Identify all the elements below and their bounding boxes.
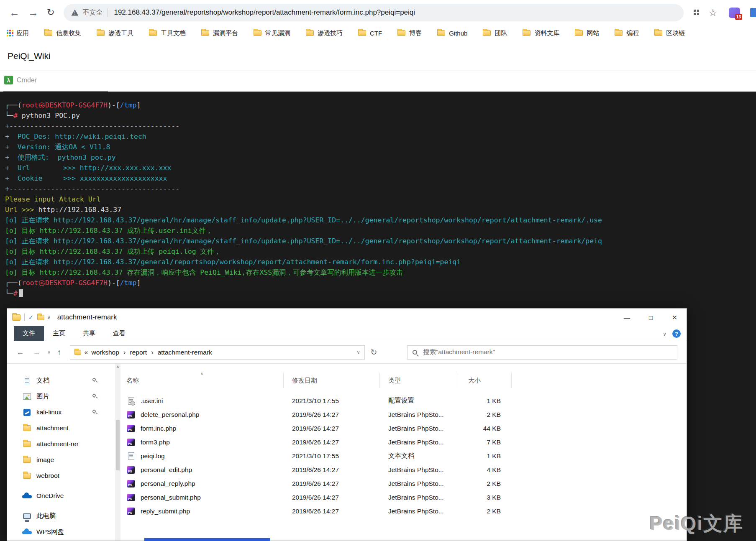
file-row[interactable]: peiqi.log2021/3/10 17:55文本文档1 KB	[120, 449, 687, 463]
forward-icon[interactable]: →	[28, 7, 38, 19]
folder-icon	[306, 30, 314, 36]
bookmark-item[interactable]: 渗透工具	[97, 29, 133, 37]
sidebar-item-attachment-rer[interactable]: attachment-rer	[7, 436, 115, 452]
terminal-line: + Url >>> http://xxx.xxx.xxx.xxx	[5, 163, 756, 173]
file-name-cell: PSreply_submit.php	[120, 508, 284, 515]
onedrive-icon	[22, 493, 32, 499]
column-header-name[interactable]: ∧ 名称	[120, 373, 284, 388]
sidebar-item-wps-drive[interactable]: WPS网盘	[7, 524, 115, 540]
file-row[interactable]: PSreply_submit.php2019/6/26 14:27JetBrai…	[120, 504, 687, 518]
column-header-size[interactable]: 大小	[458, 373, 512, 388]
bookmark-item[interactable]: Github	[437, 30, 467, 37]
bookmark-item[interactable]: 区块链	[654, 29, 685, 37]
sidebar-item-pictures[interactable]: 图片	[7, 388, 115, 404]
address-caret-icon[interactable]: ∨	[357, 350, 360, 355]
cmder-tab[interactable]: λ Cmder	[4, 76, 37, 84]
phpstorm-icon: PS	[127, 508, 135, 515]
file-name-cell: PSdelete_personal.php	[120, 411, 284, 419]
reload-icon[interactable]: ↻	[47, 7, 54, 18]
tab-view[interactable]: 查看	[104, 326, 134, 341]
minimize-button[interactable]: —	[615, 309, 639, 326]
tab-share[interactable]: 共享	[74, 326, 104, 341]
file-size: 1 KB	[458, 397, 512, 405]
bookmark-item[interactable]: 信息收集	[44, 29, 81, 37]
tab-file[interactable]: 文件	[14, 326, 44, 341]
bookmark-item[interactable]: 工具文档	[149, 29, 186, 37]
sidebar-item-kali-linux[interactable]: kali-linux	[7, 404, 115, 420]
file-name: personal_submit.php	[141, 494, 201, 501]
security-label[interactable]: 不安全	[82, 8, 103, 17]
address-bar[interactable]: ! 不安全 192.168.43.37/general/reportshop/w…	[64, 4, 684, 21]
breadcrumb-item[interactable]: report	[130, 349, 147, 356]
warning-mark: !	[71, 11, 78, 15]
file-name-cell: PSform.inc.php	[120, 425, 284, 432]
scrollbar-thumb[interactable]	[116, 420, 120, 470]
file-type: JetBrains PhpSto...	[380, 508, 458, 515]
breadcrumb[interactable]: «workshop›report›attachment-remark∨	[70, 345, 365, 360]
file-type: JetBrains PhpSto...	[380, 494, 458, 501]
bookmark-item[interactable]: 网站	[575, 29, 599, 37]
file-date: 2019/6/26 14:27	[284, 466, 380, 474]
refresh-icon[interactable]: ↻	[371, 347, 377, 357]
bookmark-item[interactable]: 资料文库	[523, 29, 559, 37]
list-header: ∧ 名称 修改日期 类型 大小	[120, 373, 687, 388]
maximize-button[interactable]: □	[639, 309, 663, 326]
breadcrumb-item[interactable]: workshop	[91, 349, 119, 356]
qat-checkmark-icon[interactable]: ✓	[28, 314, 33, 321]
bookmark-item[interactable]: CTF	[358, 30, 382, 37]
file-row[interactable]: PSform3.php2019/6/26 14:27JetBrains PhpS…	[120, 435, 687, 449]
bookmark-star-icon[interactable]: ☆	[708, 7, 717, 18]
file-row[interactable]: PSform.inc.php2019/6/26 14:27JetBrains P…	[120, 421, 687, 435]
file-row[interactable]: PSpersonal_edit.php2019/6/26 14:27JetBra…	[120, 463, 687, 477]
bookmark-item[interactable]: 渗透技巧	[306, 29, 343, 37]
nav-up-icon[interactable]: ↑	[57, 348, 62, 357]
folder-icon	[575, 30, 583, 36]
column-header-date[interactable]: 修改日期	[284, 373, 380, 388]
sidebar-item-attachment[interactable]: attachment	[7, 420, 115, 436]
bookmark-item[interactable]: 漏洞平台	[201, 29, 238, 37]
bookmark-item[interactable]: 常见漏洞	[254, 29, 290, 37]
column-header-type[interactable]: 类型	[380, 373, 458, 388]
sidebar-item-image[interactable]: image	[7, 452, 115, 468]
terminal-text: [o] 目标 http://192.168.43.37 存在漏洞，响应中包含 P…	[5, 268, 403, 276]
sidebar-item-this-pc[interactable]: 此电脑	[7, 508, 115, 524]
file-size: 4 KB	[458, 466, 512, 474]
close-button[interactable]: ×	[663, 309, 687, 326]
terminal-text: +	[5, 164, 18, 172]
scroll-up-icon[interactable]: ∧	[115, 365, 120, 369]
sidebar-item-onedrive[interactable]: OneDrive	[7, 488, 115, 504]
search-box[interactable]: 搜索"attachment-remark"	[407, 345, 677, 360]
file-size: 1 KB	[458, 452, 512, 460]
bookmark-item[interactable]: 应用	[7, 29, 29, 37]
file-size: 44 KB	[458, 425, 512, 432]
file-row[interactable]: .user.ini2021/3/10 17:55配置设置1 KB	[120, 394, 687, 408]
help-button[interactable]: ?	[672, 329, 681, 338]
bookmark-item[interactable]: 团队	[483, 29, 507, 37]
qat-caret-icon[interactable]: ∨	[47, 315, 51, 320]
qat-folder-icon[interactable]	[37, 315, 44, 320]
ribbon-expand-icon[interactable]: ∨	[663, 331, 666, 337]
terminal-line: [o] 目标 http://192.168.43.37 成功上传 peiqi.l…	[5, 246, 756, 257]
extension-icon[interactable]: 13	[729, 8, 740, 18]
file-row[interactable]: PSpersonal_submit.php2019/6/26 14:27JetB…	[120, 490, 687, 504]
back-icon[interactable]: ←	[9, 7, 20, 19]
terminal-text: Url >>>	[5, 206, 38, 214]
partial-extension-icon[interactable]	[750, 8, 756, 17]
grid-icon[interactable]	[694, 10, 696, 12]
tab-home[interactable]: 主页	[44, 326, 74, 341]
nav-back-icon[interactable]: ←	[16, 348, 24, 357]
terminal-text: [o] 目标 http://192.168.43.37 成功上传 peiqi.l…	[5, 248, 221, 255]
nav-history-caret-icon[interactable]: ∨	[47, 350, 51, 355]
breadcrumb-item[interactable]: attachment-remark	[158, 349, 212, 356]
file-name: peiqi.log	[141, 452, 165, 460]
bookmark-item[interactable]: 博客	[397, 29, 422, 37]
sidebar-scrollbar[interactable]: ∧	[115, 364, 120, 541]
file-row[interactable]: PSdelete_personal.php2019/6/26 14:27JetB…	[120, 408, 687, 421]
folder-icon	[23, 457, 31, 463]
pin-icon	[92, 377, 96, 382]
bookmark-item[interactable]: 编程	[615, 29, 639, 37]
nav-forward-icon[interactable]: →	[33, 348, 41, 357]
sidebar-item-webroot[interactable]: webroot	[7, 468, 115, 484]
file-row[interactable]: PSpersonal_reply.php2019/6/26 14:27JetBr…	[120, 477, 687, 490]
sidebar-item-documents[interactable]: 文档	[7, 373, 115, 388]
